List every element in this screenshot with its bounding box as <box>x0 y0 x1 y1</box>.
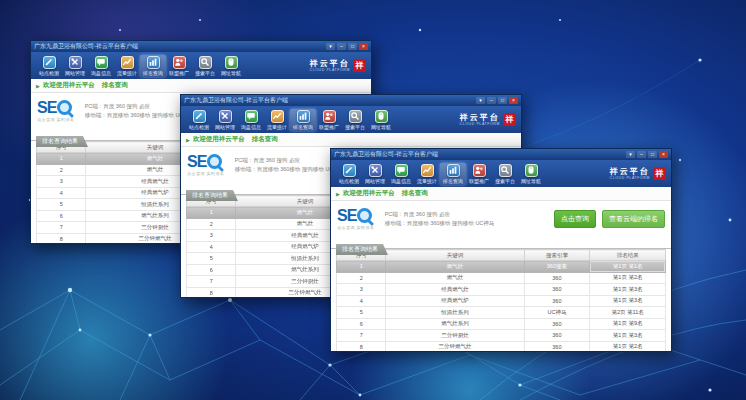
maximize-button[interactable]: □ <box>648 151 657 158</box>
toolbar-item-2[interactable]: 网站管理 <box>362 163 388 185</box>
bar-chart-icon <box>447 164 460 177</box>
flag-icon: ▶ <box>36 83 40 89</box>
table-row[interactable]: 8三分钟燃气灶360第1页 第2名 <box>337 341 666 351</box>
toolbar-item-8[interactable]: 网址导航 <box>368 109 394 131</box>
maximize-button[interactable]: □ <box>348 43 357 50</box>
seo-slogan: 点击查询 实时排名 <box>187 171 225 176</box>
engine-info: PC端：百度 360 搜狗 必应 移动端：百度移动 360移动 搜狗移动 UC神… <box>85 102 195 120</box>
brand-text: 祥云平台 CLOUD PLATFORM <box>310 60 350 72</box>
toolbar-item-5[interactable]: 排名查询 <box>140 55 166 77</box>
toolbar-item-6[interactable]: 联盟推广 <box>316 109 342 131</box>
toolbar-item-label: 联盟推广 <box>319 124 339 130</box>
cell-index: 3 <box>337 284 386 296</box>
toolbar-item-7[interactable]: 搜索平台 <box>342 109 368 131</box>
toolbar-item-label: 流量统计 <box>417 178 437 184</box>
users-icon <box>323 110 336 123</box>
toolbar-item-3[interactable]: 询盘信息 <box>238 109 264 131</box>
app-window-3[interactable]: 广东九鼎卫浴有限公司-祥云平台客户端 ▾–□× 站点检测网站管理询盘信息流量统计… <box>330 148 672 352</box>
cell-engine: 360 <box>524 295 590 307</box>
engine-info: PC端：百度 360 搜狗 必应 移动端：百度移动 360移动 搜狗移动 UC神… <box>235 156 345 174</box>
close-button[interactable]: × <box>359 43 368 50</box>
table-row[interactable]: 4经典燃气炉360第1页 第3名 <box>337 295 666 307</box>
toolbar-item-label: 站点检测 <box>189 124 209 130</box>
results-tab[interactable]: 排名查询结果 <box>36 136 88 147</box>
window-titlebar[interactable]: 广东九鼎卫浴有限公司-祥云平台客户端 ▾–□× <box>181 95 521 106</box>
toolbar-item-2[interactable]: 网站管理 <box>212 109 238 131</box>
cell-index: 5 <box>187 253 236 265</box>
toolbar: 站点检测网站管理询盘信息流量统计排名查询联盟推广搜索平台网址导航 祥云平台 CL… <box>181 106 521 133</box>
toolbar-item-1[interactable]: 站点检测 <box>36 55 62 77</box>
mobile-engines-line: 移动端：百度移动 360移动 搜狗移动 UC神马 <box>235 165 345 174</box>
window-titlebar[interactable]: 广东九鼎卫浴有限公司-祥云平台客户端 ▾–□× <box>331 149 671 160</box>
toolbar-item-label: 排名查询 <box>443 178 463 184</box>
flag-icon: ▶ <box>186 137 190 143</box>
toolbar-item-4[interactable]: 流量统计 <box>414 163 440 185</box>
cell-rank: 第1页 第9名 <box>590 318 666 330</box>
toolbar: 站点检测网站管理询盘信息流量统计排名查询联盟推广搜索平台网址导航 祥云平台 CL… <box>331 160 671 187</box>
cell-rank: 第1页 第1名 <box>590 261 666 273</box>
skin-button[interactable]: ▾ <box>326 43 335 50</box>
minimize-button[interactable]: – <box>637 151 646 158</box>
brand-badge-logo: 祥 <box>503 113 516 126</box>
query-button[interactable]: 点击查询 <box>554 210 596 228</box>
cell-rank: 第1页 第3名 <box>590 284 666 296</box>
table-row[interactable]: 5恒温灶系列UC神马第2页 第11名 <box>337 307 666 319</box>
close-button[interactable]: × <box>509 97 518 104</box>
seo-logo-text: SE <box>37 100 56 115</box>
cell-rank: 第1页 第2名 <box>590 341 666 351</box>
toolbar-item-label: 网站管理 <box>215 124 235 130</box>
brand: 祥云平台 CLOUD PLATFORM 祥 <box>310 59 366 72</box>
header-keyword: 关键词 <box>386 250 524 261</box>
cell-engine: 360 <box>524 341 590 351</box>
cell-rank: 第1页 第3名 <box>590 295 666 307</box>
minimize-button[interactable]: – <box>487 97 496 104</box>
toolbar-item-7[interactable]: 搜索平台 <box>492 163 518 185</box>
brand: 祥云平台 CLOUD PLATFORM 祥 <box>460 113 516 126</box>
cell-keyword: 燃气灶系列 <box>386 318 524 330</box>
toolbar-item-1[interactable]: 站点检测 <box>186 109 212 131</box>
window-titlebar[interactable]: 广东九鼎卫浴有限公司-祥云平台客户端 ▾–□× <box>31 41 371 52</box>
toolbar-item-6[interactable]: 联盟推广 <box>466 163 492 185</box>
window-controls: ▾–□× <box>326 43 368 50</box>
toolbar-item-5[interactable]: 排名查询 <box>290 109 316 131</box>
breadcrumb-welcome: 欢迎使用祥云平台 <box>43 81 95 90</box>
skin-button[interactable]: ▾ <box>626 151 635 158</box>
seo-logo-top: SE <box>187 154 225 169</box>
table-row[interactable]: 6燃气灶系列360第1页 第9名 <box>337 318 666 330</box>
toolbar-item-8[interactable]: 网址导航 <box>518 163 544 185</box>
pencil-icon <box>193 110 206 123</box>
toolbar-item-7[interactable]: 搜索平台 <box>192 55 218 77</box>
toolbar-item-1[interactable]: 站点检测 <box>336 163 362 185</box>
table-row[interactable]: 3经典燃气灶360第1页 第3名 <box>337 284 666 296</box>
view-cloud-ranking-button[interactable]: 查看云端的排名 <box>602 210 665 228</box>
cell-index: 8 <box>337 341 386 351</box>
maximize-button[interactable]: □ <box>498 97 507 104</box>
cell-keyword: 三分钟厨灶 <box>386 330 524 342</box>
table-row[interactable]: 1燃气灶360搜索第1页 第1名 <box>337 261 666 273</box>
results-tab[interactable]: 排名查询结果 <box>186 190 238 201</box>
table-row[interactable]: 7三分钟厨灶360第1页 第3名 <box>337 330 666 342</box>
results-tab[interactable]: 排名查询结果 <box>336 244 388 255</box>
cell-index: 7 <box>337 330 386 342</box>
toolbar-item-6[interactable]: 联盟推广 <box>166 55 192 77</box>
toolbar-item-label: 流量统计 <box>267 124 287 130</box>
toolbar-item-3[interactable]: 询盘信息 <box>88 55 114 77</box>
breadcrumb-welcome: 欢迎使用祥云平台 <box>193 135 245 144</box>
seo-logo: SE 点击查询 实时排名 <box>37 100 75 122</box>
brand-badge-logo: 祥 <box>353 59 366 72</box>
table-row[interactable]: 2燃气灶360第1页 第2名 <box>337 272 666 284</box>
window-controls: ▾–□× <box>626 151 668 158</box>
toolbar-item-2[interactable]: 网站管理 <box>62 55 88 77</box>
toolbar-item-4[interactable]: 流量统计 <box>264 109 290 131</box>
toolbar-item-3[interactable]: 询盘信息 <box>388 163 414 185</box>
skin-button[interactable]: ▾ <box>476 97 485 104</box>
cell-index: 8 <box>37 233 86 243</box>
minimize-button[interactable]: – <box>337 43 346 50</box>
toolbar-item-5[interactable]: 排名查询 <box>440 163 466 185</box>
close-button[interactable]: × <box>659 151 668 158</box>
cell-keyword: 经典燃气炉 <box>386 295 524 307</box>
seo-logo-top: SE <box>37 100 75 115</box>
toolbar-item-8[interactable]: 网址导航 <box>218 55 244 77</box>
toolbar-item-4[interactable]: 流量统计 <box>114 55 140 77</box>
breadcrumb-page: 排名查询 <box>102 81 128 90</box>
